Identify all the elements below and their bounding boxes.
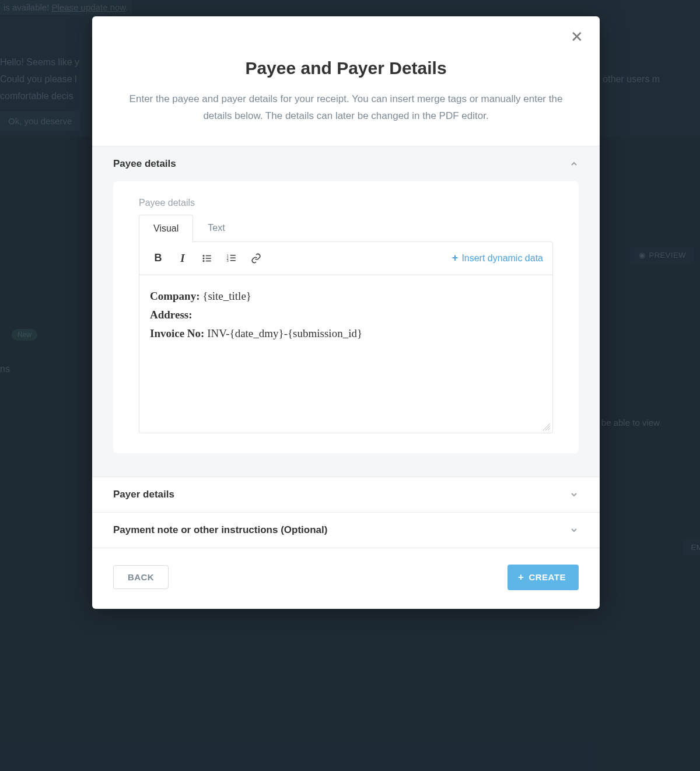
payment-note-section: Payment note or other instructions (Opti… [92, 512, 600, 548]
editor-content[interactable]: Company: {site_title} Address: Invoice N… [139, 275, 552, 433]
svg-rect-3 [206, 258, 211, 259]
svg-rect-7 [230, 255, 236, 256]
close-icon[interactable]: ✕ [570, 29, 583, 44]
svg-point-4 [203, 260, 205, 262]
link-button[interactable] [247, 249, 265, 268]
modal-title: Payee and Payer Details [110, 58, 582, 78]
plus-icon: + [518, 572, 524, 583]
tab-text[interactable]: Text [193, 214, 239, 241]
chevron-down-icon [569, 490, 579, 499]
payee-section-header[interactable]: Payee details [92, 146, 600, 181]
payee-section: Payee details Payee details Visual Text … [92, 146, 600, 476]
modal-subtitle: Enter the payee and payer details for yo… [110, 91, 582, 125]
svg-point-2 [203, 257, 205, 259]
company-label: Company: [150, 290, 200, 302]
address-label: Address: [150, 309, 192, 321]
svg-rect-11 [230, 260, 236, 261]
editor-tabs: Visual Text [139, 214, 553, 241]
payer-section: Payer details [92, 476, 600, 512]
svg-point-0 [203, 255, 205, 257]
payer-section-title: Payer details [113, 489, 174, 500]
tab-visual[interactable]: Visual [139, 215, 193, 242]
svg-rect-9 [230, 257, 236, 258]
create-button[interactable]: + CREATE [508, 565, 579, 590]
bold-button[interactable]: B [149, 249, 167, 268]
chevron-down-icon [569, 525, 579, 535]
svg-text:3: 3 [227, 259, 229, 262]
company-value: {site_title} [200, 290, 251, 302]
payee-editor-wrap: Payee details Visual Text B I 123 [92, 181, 600, 476]
insert-dynamic-label: Insert dynamic data [461, 253, 543, 264]
invoice-label: Invoice No: [150, 327, 204, 339]
payment-note-section-header[interactable]: Payment note or other instructions (Opti… [92, 513, 600, 548]
svg-rect-5 [206, 261, 211, 262]
payee-field-label: Payee details [139, 198, 553, 208]
payee-section-title: Payee details [113, 158, 176, 170]
back-button[interactable]: BACK [113, 565, 169, 589]
editor-box: B I 123 + In [139, 241, 553, 433]
plus-icon: + [452, 252, 459, 264]
svg-rect-1 [206, 255, 211, 257]
payment-note-section-title: Payment note or other instructions (Opti… [113, 524, 327, 536]
bullet-list-button[interactable] [198, 249, 216, 268]
modal-footer: BACK + CREATE [92, 548, 600, 609]
payee-payer-modal: ✕ Payee and Payer Details Enter the paye… [92, 16, 600, 609]
editor-toolbar: B I 123 + In [139, 242, 552, 275]
italic-button[interactable]: I [173, 249, 192, 268]
payee-editor-card: Payee details Visual Text B I 123 [113, 181, 579, 453]
invoice-value: INV-{date_dmy}-{submission_id} [204, 327, 362, 339]
chevron-up-icon [569, 159, 579, 169]
modal-header: ✕ Payee and Payer Details Enter the paye… [92, 16, 600, 146]
resize-handle-icon[interactable] [543, 423, 550, 430]
numbered-list-button[interactable]: 123 [222, 249, 241, 268]
insert-dynamic-data-button[interactable]: + Insert dynamic data [452, 252, 543, 264]
payer-section-header[interactable]: Payer details [92, 477, 600, 512]
create-label: CREATE [528, 572, 566, 582]
